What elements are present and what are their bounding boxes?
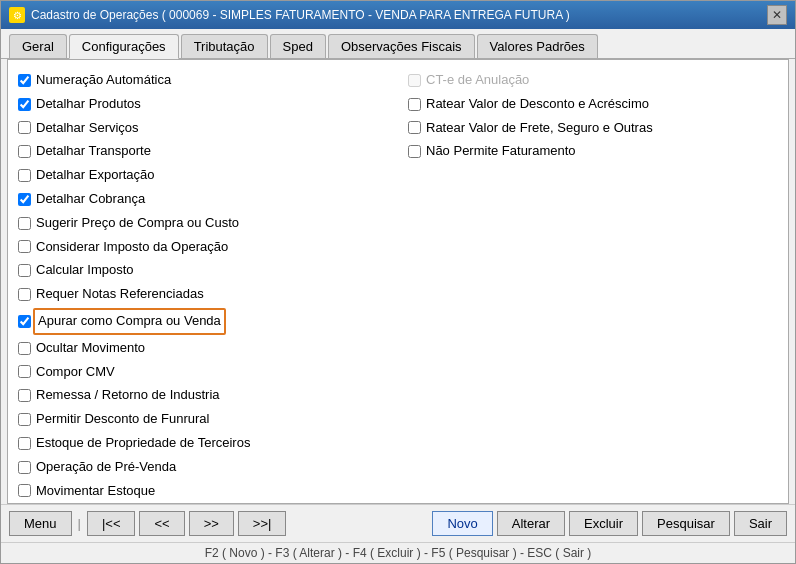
tab-tributacao[interactable]: Tributação [181,34,268,58]
app-icon: ⚙ [9,7,25,23]
list-item: Numeração Automática [18,70,388,91]
next-button[interactable]: >> [189,511,234,536]
list-item: Detalhar Cobrança [18,189,388,210]
movimentarEstoque-label[interactable]: Movimentar Estoque [36,481,155,502]
list-item: Não Permite Faturamento [408,141,778,162]
tab-valorespadrao[interactable]: Valores Padrões [477,34,598,58]
ratearFrete-checkbox[interactable] [408,121,421,134]
cteAnulacao-label: CT-e de Anulação [426,70,529,91]
ratearDesconto-label[interactable]: Ratear Valor de Desconto e Acréscimo [426,94,649,115]
detalharExportacao-label[interactable]: Detalhar Exportação [36,165,155,186]
requerNotas-checkbox[interactable] [18,288,31,301]
alterar-button[interactable]: Alterar [497,511,565,536]
ocultarMovimento-checkbox[interactable] [18,342,31,355]
sugerirPreco-checkbox[interactable] [18,217,31,230]
sair-button[interactable]: Sair [734,511,787,536]
title-bar-left: ⚙ Cadastro de Operações ( 000069 - SIMPL… [9,7,570,23]
title-text: Cadastro de Operações ( 000069 - SIMPLES… [31,8,570,22]
menu-button[interactable]: Menu [9,511,72,536]
list-item: Permitir Desconto de Funrural [18,409,388,430]
list-item: Movimentar Estoque [18,481,388,502]
tab-configuracoes[interactable]: Configurações [69,34,179,59]
novo-button[interactable]: Novo [432,511,492,536]
considerarImposto-checkbox[interactable] [18,240,31,253]
first-button[interactable]: |<< [87,511,136,536]
tabs-bar: Geral Configurações Tributação Sped Obse… [1,29,795,59]
content-area: Numeração AutomáticaDetalhar ProdutosDet… [7,59,789,504]
cteAnulacao-checkbox [408,74,421,87]
detalharTransporte-checkbox[interactable] [18,145,31,158]
list-item: Considerar Imposto da Operação [18,237,388,258]
highlighted-wrapper: Apurar como Compra ou Venda [33,308,226,335]
movimentarEstoque-checkbox[interactable] [18,484,31,497]
footer-bar: Menu | |<< << >> >>| Novo Alterar Exclui… [1,504,795,542]
calcularImposto-checkbox[interactable] [18,264,31,277]
tab-observacoes[interactable]: Observações Fiscais [328,34,475,58]
detalharCobranca-label[interactable]: Detalhar Cobrança [36,189,145,210]
list-item: Sugerir Preço de Compra ou Custo [18,213,388,234]
operacaoPreVenda-label[interactable]: Operação de Pré-Venda [36,457,176,478]
naoPermite-checkbox[interactable] [408,145,421,158]
list-item: Detalhar Exportação [18,165,388,186]
list-item: Calcular Imposto [18,260,388,281]
comporCMV-checkbox[interactable] [18,365,31,378]
status-text: F2 ( Novo ) - F3 ( Alterar ) - F4 ( Excl… [205,546,592,560]
right-column: CT-e de AnulaçãoRatear Valor de Desconto… [408,70,778,493]
estoquePropriedade-checkbox[interactable] [18,437,31,450]
excluir-button[interactable]: Excluir [569,511,638,536]
apurar-label[interactable]: Apurar como Compra ou Venda [38,313,221,328]
permitirDesconto-checkbox[interactable] [18,413,31,426]
tab-sped[interactable]: Sped [270,34,326,58]
ocultarMovimento-label[interactable]: Ocultar Movimento [36,338,145,359]
close-button[interactable]: ✕ [767,5,787,25]
list-item: Requer Notas Referenciadas [18,284,388,305]
list-item: Ocultar Movimento [18,338,388,359]
ratearFrete-label[interactable]: Ratear Valor de Frete, Seguro e Outras [426,118,653,139]
remessa-checkbox[interactable] [18,389,31,402]
numeracao-checkbox[interactable] [18,74,31,87]
detalharCobranca-checkbox[interactable] [18,193,31,206]
left-column: Numeração AutomáticaDetalhar ProdutosDet… [18,70,388,493]
ratearDesconto-checkbox[interactable] [408,98,421,111]
numeracao-label[interactable]: Numeração Automática [36,70,171,91]
permitirDesconto-label[interactable]: Permitir Desconto de Funrural [36,409,209,430]
operacaoPreVenda-checkbox[interactable] [18,461,31,474]
list-item: Compor CMV [18,362,388,383]
detalharTransporte-label[interactable]: Detalhar Transporte [36,141,151,162]
list-item: Remessa / Retorno de Industria [18,385,388,406]
list-item: Apurar como Compra ou Venda [18,308,388,335]
list-item: Operação de Pré-Venda [18,457,388,478]
list-item: Detalhar Produtos [18,94,388,115]
detalharExportacao-checkbox[interactable] [18,169,31,182]
list-item: Ratear Valor de Desconto e Acréscimo [408,94,778,115]
list-item: Estoque de Propriedade de Terceiros [18,433,388,454]
list-item: Detalhar Transporte [18,141,388,162]
tab-geral[interactable]: Geral [9,34,67,58]
sugerirPreco-label[interactable]: Sugerir Preço de Compra ou Custo [36,213,239,234]
considerarImposto-label[interactable]: Considerar Imposto da Operação [36,237,228,258]
detalharProdutos-label[interactable]: Detalhar Produtos [36,94,141,115]
apurar-checkbox[interactable] [18,315,31,328]
list-item: Detalhar Serviços [18,118,388,139]
separator1: | [78,516,81,531]
status-bar: F2 ( Novo ) - F3 ( Alterar ) - F4 ( Excl… [1,542,795,563]
main-window: ⚙ Cadastro de Operações ( 000069 - SIMPL… [0,0,796,564]
list-item: CT-e de Anulação [408,70,778,91]
detalharServicos-label[interactable]: Detalhar Serviços [36,118,139,139]
estoquePropriedade-label[interactable]: Estoque de Propriedade de Terceiros [36,433,250,454]
detalharServicos-checkbox[interactable] [18,121,31,134]
detalharProdutos-checkbox[interactable] [18,98,31,111]
pesquisar-button[interactable]: Pesquisar [642,511,730,536]
comporCMV-label[interactable]: Compor CMV [36,362,115,383]
calcularImposto-label[interactable]: Calcular Imposto [36,260,134,281]
title-bar: ⚙ Cadastro de Operações ( 000069 - SIMPL… [1,1,795,29]
list-item: Ratear Valor de Frete, Seguro e Outras [408,118,778,139]
requerNotas-label[interactable]: Requer Notas Referenciadas [36,284,204,305]
last-button[interactable]: >>| [238,511,287,536]
remessa-label[interactable]: Remessa / Retorno de Industria [36,385,220,406]
naoPermite-label[interactable]: Não Permite Faturamento [426,141,576,162]
prev-button[interactable]: << [139,511,184,536]
